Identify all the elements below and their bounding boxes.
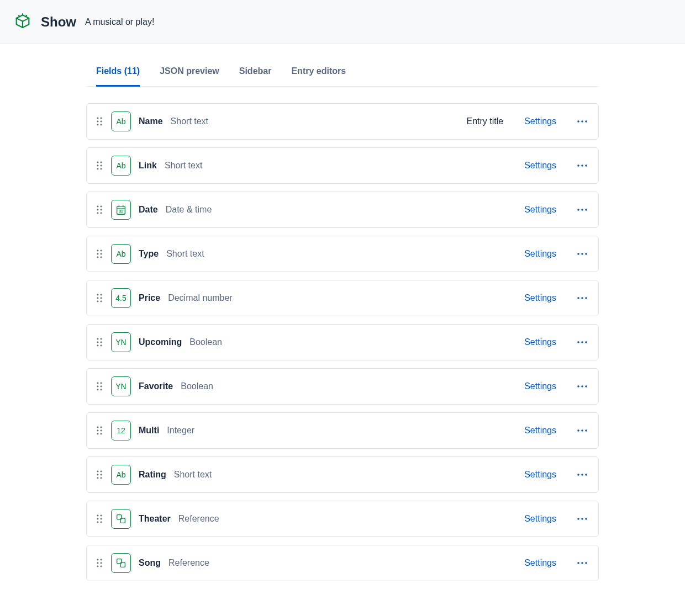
svg-point-70 [97,430,99,432]
drag-handle-icon[interactable] [96,338,103,347]
tab-fields-11[interactable]: Fields (11) [96,57,140,87]
svg-point-98 [101,559,102,561]
field-row-song: SongReferenceSettings [86,545,599,581]
svg-point-80 [101,474,102,476]
svg-point-67 [585,385,587,387]
svg-point-77 [97,471,99,472]
drag-handle-icon[interactable] [96,161,103,170]
svg-point-50 [97,338,99,340]
svg-point-13 [97,168,99,170]
svg-point-33 [101,250,102,252]
svg-point-99 [97,562,99,564]
more-actions-icon[interactable] [575,560,589,566]
settings-button[interactable]: Settings [524,161,556,171]
svg-point-38 [577,253,579,255]
tab-json-preview[interactable]: JSON preview [160,57,219,87]
field-name: Name [139,116,163,126]
svg-point-35 [101,253,102,255]
drag-handle-icon[interactable] [96,117,103,126]
tab-sidebar[interactable]: Sidebar [239,57,272,87]
svg-point-63 [97,389,99,391]
svg-point-105 [577,562,579,564]
svg-point-84 [581,474,583,476]
settings-button[interactable]: Settings [524,426,556,436]
page-header: Show A musical or play! [0,0,685,44]
tab-entry-editors[interactable]: Entry editors [291,57,346,87]
more-actions-icon[interactable] [575,383,589,390]
svg-point-37 [101,257,102,258]
svg-point-7 [581,120,583,123]
svg-point-19 [101,206,102,208]
svg-point-85 [585,474,587,476]
svg-point-69 [101,427,102,428]
svg-point-55 [101,345,102,347]
svg-point-44 [101,298,102,299]
field-type-label: Reference [178,514,219,524]
svg-point-83 [577,474,579,476]
svg-point-48 [581,297,583,299]
more-actions-icon[interactable] [575,206,589,213]
svg-point-22 [97,213,99,214]
settings-button[interactable]: Settings [524,514,556,524]
svg-point-49 [585,297,587,299]
drag-handle-icon[interactable] [96,249,103,258]
more-actions-icon[interactable] [575,251,589,257]
svg-point-17 [585,164,587,167]
drag-handle-icon[interactable] [96,294,103,302]
svg-point-90 [97,522,99,523]
field-row-favorite: YNFavoriteBooleanSettings [86,368,599,405]
drag-handle-icon[interactable] [96,470,103,479]
field-type-label: Short text [171,116,208,126]
svg-text:31: 31 [119,209,123,213]
svg-point-88 [97,518,99,520]
more-actions-icon[interactable] [575,339,589,346]
drag-handle-icon[interactable] [96,382,103,391]
svg-point-29 [577,209,579,211]
svg-point-65 [577,385,579,387]
more-actions-icon[interactable] [575,516,589,522]
svg-point-3 [101,121,102,123]
svg-point-10 [101,162,102,163]
svg-point-34 [97,253,99,255]
settings-button[interactable]: Settings [524,470,556,480]
svg-point-11 [97,165,99,167]
drag-handle-icon[interactable] [96,426,103,435]
more-actions-icon[interactable] [575,118,589,125]
settings-button[interactable]: Settings [524,116,556,126]
more-actions-icon[interactable] [575,471,589,478]
field-row-link: AbLinkShort textSettings [86,147,599,184]
field-type-label: Reference [168,558,209,568]
svg-point-72 [97,433,99,435]
settings-button[interactable]: Settings [524,558,556,568]
svg-point-43 [97,298,99,299]
more-actions-icon[interactable] [575,295,589,301]
settings-button[interactable]: Settings [524,381,556,391]
field-type-icon [111,509,131,529]
field-type-icon: 12 [111,421,131,440]
settings-button[interactable]: Settings [524,205,556,215]
svg-point-9 [97,162,99,163]
field-name: Favorite [139,381,173,391]
content-area: Fields (11)JSON previewSidebarEntry edit… [86,44,599,581]
svg-point-59 [97,383,99,384]
svg-point-95 [581,518,583,520]
svg-point-61 [97,386,99,387]
svg-point-23 [101,213,102,214]
drag-handle-icon[interactable] [96,205,103,214]
svg-point-1 [101,118,102,119]
field-row-theater: TheaterReferenceSettings [86,501,599,537]
svg-point-79 [97,474,99,476]
settings-button[interactable]: Settings [524,337,556,347]
more-actions-icon[interactable] [575,427,589,434]
svg-point-101 [97,566,99,567]
settings-button[interactable]: Settings [524,293,556,303]
svg-point-73 [101,433,102,435]
drag-handle-icon[interactable] [96,559,103,567]
drag-handle-icon[interactable] [96,514,103,523]
svg-point-6 [577,120,579,123]
field-type-label: Short text [174,470,212,480]
svg-point-52 [97,342,99,343]
more-actions-icon[interactable] [575,162,589,169]
field-row-type: AbTypeShort textSettings [86,236,599,272]
settings-button[interactable]: Settings [524,249,556,259]
